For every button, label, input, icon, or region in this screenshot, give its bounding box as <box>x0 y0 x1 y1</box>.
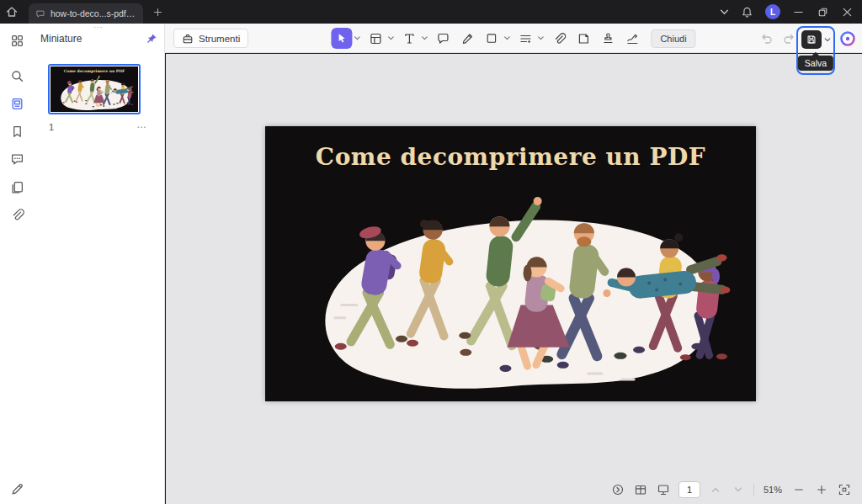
thumbnail-page-number: 1 <box>49 122 54 132</box>
rail-item-search[interactable] <box>8 67 25 84</box>
text-tool-icon <box>402 32 416 45</box>
toolbox-icon <box>182 33 194 45</box>
chevron-down-icon <box>387 36 394 40</box>
page-layout-button[interactable] <box>633 482 648 497</box>
presentation-icon <box>657 483 670 496</box>
rail-item-annotations[interactable] <box>8 151 25 167</box>
fit-page-button[interactable] <box>837 482 852 497</box>
rail-item-attachments[interactable] <box>8 206 25 223</box>
statusbar-divider <box>753 484 754 496</box>
sticker-tool-icon <box>577 32 590 45</box>
chevron-down-icon <box>421 36 428 40</box>
ai-assistant-button[interactable] <box>839 30 856 47</box>
toolbar: Strumenti Chiudi <box>165 24 862 53</box>
search-icon <box>10 69 24 83</box>
thumbnail-more-button[interactable]: … <box>136 119 147 130</box>
document-tab[interactable]: how-to-deco...s-pdf-it(1) <box>29 3 143 24</box>
redo-icon <box>782 32 795 45</box>
home-button[interactable] <box>0 0 24 24</box>
view-tool-dropdown[interactable] <box>387 36 394 40</box>
rail-item-grid[interactable] <box>8 32 25 49</box>
shape-tool-icon <box>485 32 498 45</box>
presentation-button[interactable] <box>656 482 671 497</box>
logo-icon <box>10 482 24 496</box>
pages-icon <box>10 180 24 194</box>
next-page-button[interactable] <box>731 482 746 497</box>
rail-item-bookmarks[interactable] <box>8 123 25 140</box>
page-title: Come decomprimere un PDF <box>265 143 756 171</box>
chevron-down-icon <box>720 9 729 15</box>
pen-tool-button[interactable] <box>456 28 477 49</box>
undo-button[interactable] <box>759 31 774 46</box>
home-icon <box>5 5 19 19</box>
page-thumbnail: Come decomprimere un PDF <box>51 66 138 112</box>
rail-item-pages[interactable] <box>8 178 25 195</box>
restore-icon <box>817 6 829 19</box>
page-input[interactable] <box>678 481 700 498</box>
save-dropdown[interactable] <box>824 38 831 42</box>
restore-button[interactable] <box>817 6 829 19</box>
chevron-down-icon <box>354 36 360 40</box>
text-tool-button[interactable] <box>398 28 419 49</box>
collapse-button[interactable] <box>720 9 729 15</box>
sticker-tool-button[interactable] <box>572 28 593 49</box>
rail-item-thumbnails[interactable] <box>8 95 25 112</box>
chevron-down-icon <box>503 36 510 40</box>
comment-tool-icon <box>436 32 450 45</box>
select-tool-icon <box>335 32 348 45</box>
line-style-icon <box>519 32 532 45</box>
zoom-in-button[interactable] <box>814 482 829 497</box>
table-icon <box>634 483 647 496</box>
thumbnails-icon <box>10 97 24 111</box>
text-tool-dropdown[interactable] <box>421 36 428 40</box>
page-illustration <box>290 178 731 398</box>
select-tool-dropdown[interactable] <box>354 36 360 40</box>
panel-drag-handle[interactable]: ⋯ <box>34 22 164 33</box>
stamp-tool-button[interactable] <box>597 28 618 49</box>
new-tab-button[interactable] <box>148 3 167 21</box>
app-logo-button[interactable] <box>8 480 25 497</box>
avatar[interactable]: L <box>765 4 780 19</box>
signature-tool-icon <box>625 32 639 45</box>
strumenti-button[interactable]: Strumenti <box>173 29 248 48</box>
line-style-button[interactable] <box>514 28 535 49</box>
attach-tool-button[interactable] <box>548 28 569 49</box>
tool-group: Chiudi <box>331 28 695 49</box>
undo-icon <box>760 32 774 45</box>
previous-page-button[interactable] <box>708 482 723 497</box>
page-up-icon <box>711 487 720 492</box>
document-canvas[interactable]: Come decomprimere un PDF 51% <box>166 54 862 504</box>
save-button[interactable] <box>801 30 822 49</box>
save-highlight-box: Salva <box>796 26 835 75</box>
close-button[interactable] <box>841 6 854 19</box>
minimize-button[interactable] <box>792 6 805 19</box>
zoom-out-button[interactable] <box>791 482 806 497</box>
expand-panel-button[interactable] <box>610 482 625 497</box>
pin-panel-button[interactable] <box>146 33 157 45</box>
page-thumbnail-selected[interactable]: Come decomprimere un PDF <box>48 64 141 114</box>
select-tool-button[interactable] <box>331 28 352 49</box>
view-tool-button[interactable] <box>364 28 386 49</box>
signature-tool-button[interactable] <box>621 28 642 49</box>
annotations-icon <box>10 152 24 167</box>
line-style-dropdown[interactable] <box>537 36 544 40</box>
statusbar: 51% <box>610 480 852 500</box>
view-tool-icon <box>369 32 382 45</box>
shape-tool-dropdown[interactable] <box>503 36 510 40</box>
close-icon <box>841 6 854 19</box>
redo-button[interactable] <box>781 31 796 46</box>
chat-icon <box>35 8 45 19</box>
pdf-page[interactable]: Come decomprimere un PDF <box>265 126 756 401</box>
notifications-button[interactable] <box>741 6 753 19</box>
pen-tool-icon <box>460 32 474 45</box>
chevron-down-icon <box>824 38 831 42</box>
thumbnail-illustration <box>55 72 134 112</box>
chiudi-button[interactable]: Chiudi <box>651 29 695 48</box>
stamp-tool-icon <box>601 32 615 45</box>
shape-tool-button[interactable] <box>481 28 502 49</box>
zoom-level[interactable]: 51% <box>762 485 784 495</box>
zoom-in-icon <box>816 484 827 496</box>
bell-icon <box>741 6 753 19</box>
grid-icon <box>10 34 24 48</box>
comment-tool-button[interactable] <box>432 28 453 49</box>
